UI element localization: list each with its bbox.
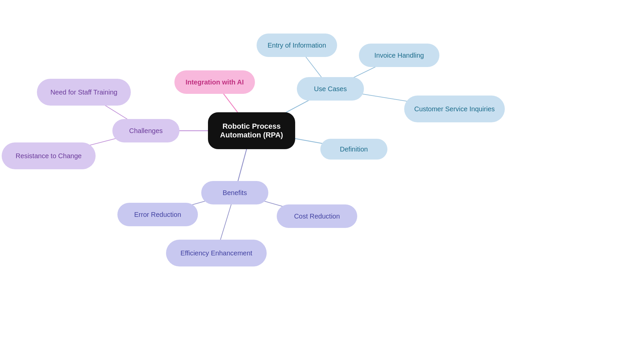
entry-of-information-label: Entry of Information bbox=[268, 42, 326, 49]
cost-reduction-node[interactable]: Cost Reduction bbox=[277, 204, 357, 228]
cost-reduction-label: Cost Reduction bbox=[294, 213, 340, 220]
need-staff-training-node[interactable]: Need for Staff Training bbox=[37, 79, 131, 106]
need-staff-training-label: Need for Staff Training bbox=[50, 88, 117, 96]
challenges-node[interactable]: Challenges bbox=[112, 119, 179, 142]
benefits-node[interactable]: Benefits bbox=[201, 181, 268, 204]
error-reduction-label: Error Reduction bbox=[134, 211, 181, 219]
definition-node[interactable]: Definition bbox=[320, 139, 387, 160]
integration-ai-node[interactable]: Integration with AI bbox=[174, 70, 255, 94]
use-cases-node[interactable]: Use Cases bbox=[297, 77, 364, 101]
resistance-to-change-node[interactable]: Resistance to Change bbox=[2, 142, 96, 169]
resistance-to-change-label: Resistance to Change bbox=[16, 152, 82, 160]
integration-ai-label: Integration with AI bbox=[185, 78, 244, 86]
invoice-handling-node[interactable]: Invoice Handling bbox=[359, 44, 439, 67]
invoice-handling-label: Invoice Handling bbox=[374, 52, 424, 59]
entry-of-information-node[interactable]: Entry of Information bbox=[257, 34, 337, 57]
efficiency-enhancement-label: Efficiency Enhancement bbox=[180, 249, 252, 257]
benefits-label: Benefits bbox=[223, 189, 247, 197]
center-node[interactable]: Robotic Process Automation (RPA) bbox=[208, 112, 295, 149]
center-node-label: Robotic Process Automation (RPA) bbox=[208, 122, 295, 139]
use-cases-label: Use Cases bbox=[314, 85, 347, 93]
efficiency-enhancement-node[interactable]: Efficiency Enhancement bbox=[166, 240, 267, 266]
challenges-label: Challenges bbox=[129, 127, 163, 135]
customer-service-node[interactable]: Customer Service Inquiries bbox=[404, 96, 505, 122]
customer-service-label: Customer Service Inquiries bbox=[414, 105, 495, 113]
error-reduction-node[interactable]: Error Reduction bbox=[117, 203, 198, 226]
definition-label: Definition bbox=[340, 145, 368, 153]
